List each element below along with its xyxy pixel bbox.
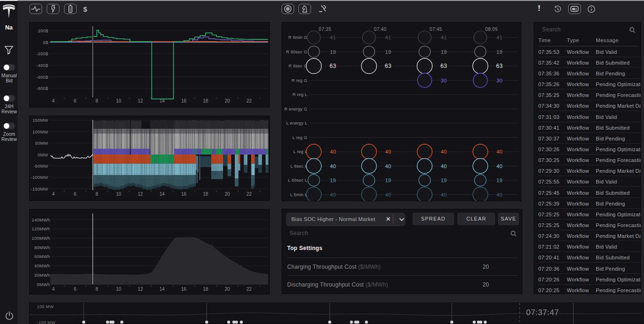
- svg-text:16: 16: [181, 98, 187, 103]
- svg-text:L 6sec L: L 6sec L: [290, 164, 307, 169]
- svg-text:50MW: 50MW: [35, 140, 48, 146]
- svg-text:20MWh: 20MWh: [34, 272, 50, 278]
- svg-text:40: 40: [385, 192, 391, 198]
- svg-text:R reg G: R reg G: [291, 78, 307, 83]
- svg-text:6: 6: [74, 98, 77, 103]
- svg-text:14: 14: [159, 287, 165, 292]
- svg-text:10: 10: [116, 287, 122, 292]
- svg-text:0MW: 0MW: [37, 152, 48, 157]
- svg-text:6: 6: [74, 287, 77, 292]
- svg-text:120MWh: 120MWh: [32, 226, 50, 231]
- svg-text:80MWh: 80MWh: [34, 245, 50, 250]
- svg-text:07:35: 07:35: [318, 27, 331, 32]
- svg-text:-800$: -800$: [36, 86, 49, 91]
- svg-text:4: 4: [52, 98, 55, 103]
- svg-text:07:40: 07:40: [374, 27, 386, 32]
- svg-text:30: 30: [441, 78, 447, 83]
- svg-text:18: 18: [203, 191, 209, 197]
- svg-text:-100MW: -100MW: [31, 175, 48, 180]
- svg-text:-600$: -600$: [36, 74, 49, 80]
- svg-text:R reg L: R reg L: [292, 92, 307, 97]
- svg-text:L reg G: L reg G: [292, 135, 307, 140]
- svg-text:4: 4: [52, 191, 55, 197]
- svg-text:18: 18: [203, 287, 209, 292]
- svg-text:-200$: -200$: [36, 51, 49, 56]
- svg-text:19: 19: [385, 49, 391, 55]
- svg-text:14: 14: [159, 191, 165, 197]
- svg-text:41: 41: [496, 35, 502, 40]
- svg-text:40MWh: 40MWh: [34, 263, 50, 268]
- svg-text:20: 20: [224, 98, 230, 103]
- svg-text:-400$: -400$: [36, 63, 49, 68]
- svg-text:19: 19: [385, 177, 391, 183]
- svg-text:22: 22: [246, 287, 252, 292]
- svg-text:4: 4: [52, 287, 55, 292]
- svg-text:8: 8: [95, 287, 98, 292]
- svg-text:22: 22: [246, 191, 252, 197]
- svg-text:140MWh: 140MWh: [32, 217, 50, 222]
- svg-text:40: 40: [385, 149, 391, 155]
- svg-text:18: 18: [203, 98, 209, 103]
- svg-text:-50MW: -50MW: [33, 163, 48, 169]
- svg-text:40: 40: [330, 163, 336, 169]
- svg-text:20: 20: [224, 191, 230, 197]
- svg-text:07:45: 07:45: [429, 27, 442, 32]
- svg-text:100MWh: 100MWh: [32, 236, 50, 241]
- svg-text:0MWh: 0MWh: [37, 282, 50, 287]
- svg-text:8: 8: [95, 191, 98, 197]
- svg-text:40: 40: [385, 163, 391, 169]
- svg-text:150MW: 150MW: [32, 118, 48, 123]
- svg-text:40: 40: [441, 163, 447, 169]
- svg-text:12: 12: [137, 191, 143, 197]
- svg-text:08:05: 08:05: [485, 27, 498, 32]
- svg-text:63: 63: [441, 63, 447, 69]
- svg-text:R energy G: R energy G: [284, 107, 307, 111]
- svg-text:40: 40: [496, 163, 502, 169]
- svg-text:19: 19: [441, 49, 447, 55]
- svg-text:40: 40: [496, 192, 502, 198]
- svg-text:L energy L: L energy L: [286, 121, 307, 125]
- svg-text:20: 20: [224, 287, 230, 292]
- svg-text:R 60sec G: R 60sec G: [286, 50, 307, 54]
- svg-text:63: 63: [496, 63, 503, 69]
- svg-text:19: 19: [330, 177, 336, 183]
- svg-text:100MW: 100MW: [32, 129, 48, 134]
- svg-text:40: 40: [330, 149, 336, 155]
- svg-text:60MWh: 60MWh: [34, 254, 50, 259]
- svg-text:L 60sec L: L 60sec L: [288, 178, 307, 183]
- svg-text:41: 41: [330, 35, 336, 40]
- svg-text:R 5min G: R 5min G: [289, 35, 307, 40]
- svg-text:10: 10: [116, 98, 122, 103]
- svg-text:63: 63: [330, 63, 336, 69]
- svg-text:40: 40: [330, 192, 336, 198]
- svg-text:19: 19: [330, 49, 336, 55]
- svg-text:200$: 200$: [38, 28, 48, 33]
- svg-text:L 5min L: L 5min L: [290, 192, 308, 197]
- svg-text:19: 19: [496, 49, 502, 55]
- svg-text:30: 30: [496, 78, 502, 83]
- svg-text:22: 22: [246, 98, 252, 103]
- svg-text:40: 40: [441, 149, 447, 155]
- svg-text:L reg L: L reg L: [293, 149, 307, 154]
- svg-text:0$: 0$: [43, 40, 48, 45]
- svg-text:41: 41: [385, 35, 391, 40]
- svg-text:41: 41: [441, 35, 447, 40]
- svg-text:19: 19: [496, 177, 502, 183]
- svg-text:40: 40: [496, 149, 502, 155]
- svg-text:63: 63: [385, 63, 391, 69]
- svg-text:16: 16: [181, 287, 187, 292]
- svg-text:12: 12: [137, 98, 143, 103]
- svg-text:10: 10: [116, 191, 122, 197]
- svg-text:12: 12: [137, 287, 143, 292]
- svg-text:40: 40: [441, 192, 447, 198]
- svg-text:R 6sec G: R 6sec G: [289, 64, 307, 68]
- svg-text:16: 16: [181, 191, 187, 197]
- svg-text:-150MW: -150MW: [31, 186, 48, 191]
- svg-text:8: 8: [95, 98, 98, 103]
- svg-text:19: 19: [441, 177, 447, 183]
- svg-text:6: 6: [74, 191, 77, 197]
